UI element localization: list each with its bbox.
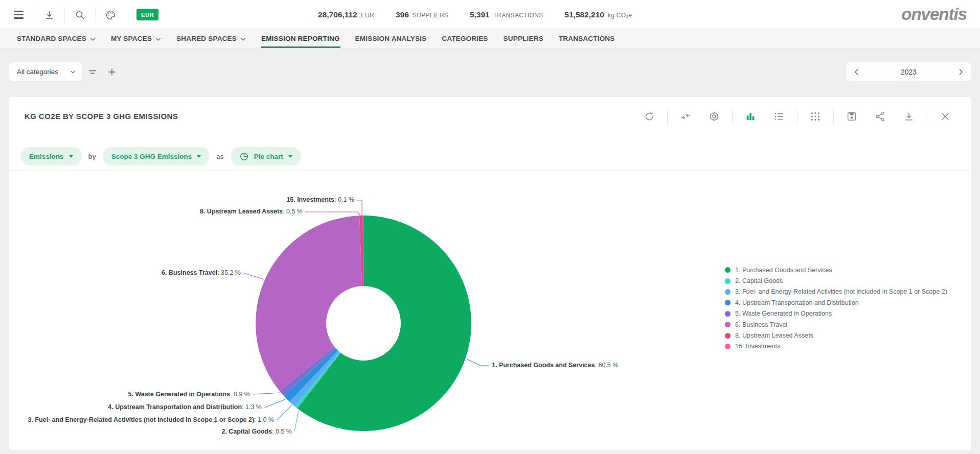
chevron-down-icon [155, 37, 161, 41]
legend-label: 15. Investments [735, 343, 780, 350]
legend-dot-icon [725, 344, 731, 349]
slice-label: 15. Investments: 0.1 % [286, 196, 354, 203]
label-leader-line [244, 273, 264, 279]
tab-suppliers[interactable]: SUPPLIERS [496, 29, 551, 48]
bar-chart-view-icon[interactable] [745, 111, 756, 122]
category-select[interactable]: All categories [9, 62, 82, 81]
menu-icon[interactable] [12, 9, 25, 21]
filter-lines-icon[interactable] [87, 66, 98, 78]
slice-label: 8. Upstream Leased Assets: 0.5 % [200, 208, 303, 215]
header-stats: 28,706,112EUR396SUPPLIERS5,391TRANSACTIO… [318, 0, 632, 29]
legend-item[interactable]: 8. Upstream Leased Assets [725, 330, 947, 341]
share-icon[interactable] [875, 111, 886, 122]
currency-badge[interactable]: EUR [136, 9, 158, 20]
legend-item[interactable]: 4. Upstream Transportation and Distribut… [725, 297, 947, 308]
add-filter-icon[interactable] [106, 66, 118, 78]
pie-chart-area: 1. Purchased Goods and Services2. Capita… [9, 171, 971, 450]
legend-item[interactable]: 2. Capital Goods [725, 275, 947, 286]
measure-chip[interactable]: Emissions [20, 147, 82, 165]
slice-label: 5. Waste Generated in Operations: 0.9 % [128, 391, 250, 398]
tab-emission-reporting[interactable]: EMISSION REPORTING [254, 29, 348, 48]
legend-label: 3. Fuel- and Energy-Related Activities (… [735, 288, 947, 295]
label-leader-line [467, 359, 489, 366]
legend-item[interactable]: 5. Waste Generated in Operations [725, 308, 947, 319]
chevron-down-icon [288, 155, 292, 158]
search-icon[interactable] [74, 9, 86, 21]
main-nav: STANDARD SPACESMY SPACESSHARED SPACESEMI… [0, 29, 980, 49]
legend-label: 4. Upstream Transportation and Distribut… [735, 299, 859, 306]
grid-dots-icon[interactable] [810, 111, 821, 122]
legend-label: 2. Capital Goods [735, 277, 783, 284]
legend-dot-icon [725, 311, 731, 317]
legend-dot-icon [725, 333, 731, 339]
tab-emission-analysis[interactable]: EMISSION ANALYSIS [348, 29, 435, 48]
settings-gear-icon[interactable] [709, 111, 720, 122]
chevron-down-icon [197, 155, 201, 158]
tab-label: MY SPACES [111, 35, 152, 42]
stat-value: 396 [396, 10, 409, 19]
slice-label: 3. Fuel- and Energy-Related Activities (… [28, 416, 274, 423]
report-card: KG CO2E BY SCOPE 3 GHG EMISSIONS [9, 97, 971, 450]
stat-unit: kg CO₂e [608, 12, 632, 19]
legend-dot-icon [725, 289, 731, 295]
legend-dot-icon [725, 322, 731, 327]
chevron-down-icon [70, 70, 76, 74]
header-stat: 28,706,112EUR [318, 10, 374, 19]
legend-label: 5. Waste Generated in Operations [735, 310, 832, 317]
card-title: KG CO2E BY SCOPE 3 GHG EMISSIONS [25, 112, 178, 121]
dimension-chip[interactable]: Scope 3 GHG Emissions [103, 147, 210, 165]
stat-unit: TRANSACTIONS [493, 12, 543, 19]
chevron-down-icon [69, 155, 73, 158]
legend-label: 1. Purchased Goods and Services [735, 267, 832, 274]
legend-item[interactable]: 6. Business Travel [725, 319, 947, 330]
refresh-icon[interactable] [644, 111, 655, 122]
legend-item[interactable]: 15. Investments [725, 341, 947, 352]
chart-type-chip-label: Pie chart [254, 153, 283, 160]
download-chart-icon[interactable] [903, 111, 915, 122]
label-leader-line [277, 403, 293, 420]
close-icon[interactable] [940, 111, 951, 122]
stat-value: 28,706,112 [318, 10, 357, 19]
tab-label: STANDARD SPACES [17, 35, 86, 42]
tab-categories[interactable]: CATEGORIES [434, 29, 495, 48]
label-leader-line [357, 200, 362, 216]
legend-item[interactable]: 1. Purchased Goods and Services [725, 265, 947, 275]
chart-type-chip[interactable]: Pie chart [231, 147, 301, 165]
tab-my-spaces[interactable]: MY SPACES [103, 29, 169, 48]
palette-icon[interactable] [104, 9, 117, 21]
slice-label: 6. Business Travel: 35.2 % [162, 269, 241, 276]
previous-year-button[interactable] [854, 68, 859, 76]
divider [95, 7, 96, 22]
divider [64, 7, 65, 22]
divider [34, 7, 34, 22]
tab-label: EMISSION REPORTING [261, 35, 340, 42]
tab-transactions[interactable]: TRANSACTIONS [551, 29, 623, 48]
tab-label: SHARED SPACES [176, 35, 237, 42]
label-leader-line [305, 212, 360, 216]
merge-columns-icon[interactable] [680, 111, 691, 122]
download-icon[interactable] [43, 9, 55, 21]
stat-value: 5,391 [470, 10, 490, 19]
year-value: 2023 [901, 68, 917, 76]
legend-item[interactable]: 3. Fuel- and Energy-Related Activities (… [725, 286, 947, 297]
stat-value: 51,582,210 [564, 10, 604, 19]
dimension-chip-label: Scope 3 GHG Emissions [111, 153, 192, 160]
onventis-logo: onventis [901, 5, 967, 24]
chart-legend: 1. Purchased Goods and Services2. Capita… [725, 265, 947, 352]
chevron-down-icon [240, 37, 246, 41]
list-view-icon[interactable] [773, 111, 785, 122]
slice-label: 2. Capital Goods: 0.5 % [221, 428, 292, 435]
query-builder: Emissions by Scope 3 GHG Emissions as Pi… [20, 147, 301, 165]
label-leader-line [265, 399, 285, 408]
legend-label: 8. Upstream Leased Assets [735, 332, 813, 339]
as-label: as [216, 153, 223, 160]
tab-label: SUPPLIERS [504, 35, 543, 42]
top-header: EUR 28,706,112EUR396SUPPLIERS5,391TRANSA… [0, 0, 980, 29]
tab-shared-spaces[interactable]: SHARED SPACES [169, 29, 254, 48]
label-leader-line [294, 411, 299, 431]
tab-standard-spaces[interactable]: STANDARD SPACES [9, 29, 103, 48]
next-year-button[interactable] [959, 68, 963, 76]
save-icon[interactable] [846, 111, 857, 122]
legend-label: 6. Business Travel [735, 321, 787, 328]
slice-label: 1. Purchased Goods and Services: 60.5 % [492, 362, 618, 369]
